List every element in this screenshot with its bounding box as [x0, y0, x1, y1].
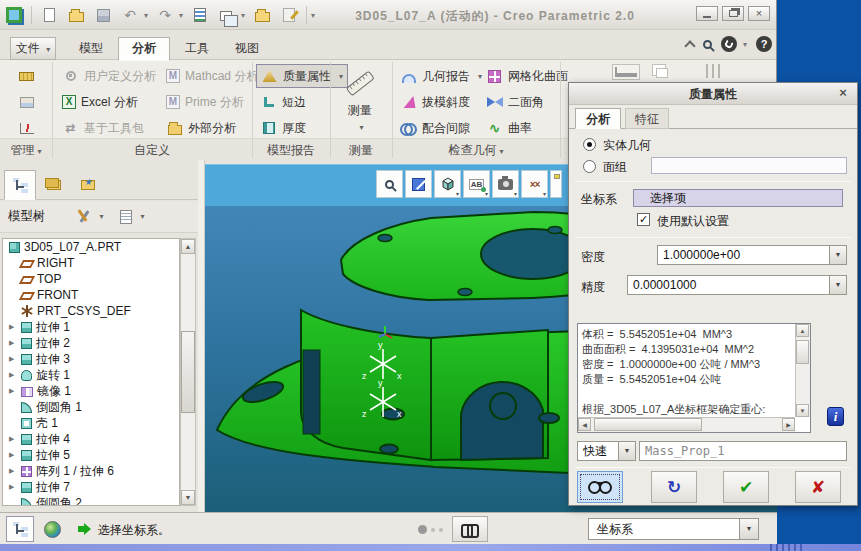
- density-field[interactable]: 1.000000e+00: [657, 245, 830, 265]
- results-hscrollbar[interactable]: ◀ ▶: [578, 417, 795, 432]
- graph-analysis-button[interactable]: [14, 116, 39, 140]
- tree-item[interactable]: ▶旋转 1: [3, 367, 179, 383]
- datum-display-button[interactable]: ××▾: [521, 170, 548, 198]
- close-window-button[interactable]: [252, 5, 272, 25]
- cancel-button[interactable]: ✘: [795, 471, 841, 503]
- tree-item[interactable]: 3D05_L07_A.PRT: [3, 239, 179, 255]
- ok-button[interactable]: ✔: [723, 471, 769, 503]
- regenerate-button[interactable]: [190, 5, 210, 25]
- tree-item[interactable]: TOP: [3, 271, 179, 287]
- expand-arrow-icon[interactable]: ▶: [7, 451, 21, 459]
- saved-views-button[interactable]: ▾: [492, 170, 519, 198]
- undo-caret-icon[interactable]: ▾: [144, 11, 148, 20]
- tree-item[interactable]: 壳 1: [3, 415, 179, 431]
- tree-scroll-thumb[interactable]: [181, 331, 195, 413]
- tab-view[interactable]: 视图: [224, 37, 270, 60]
- results-vscrollbar[interactable]: ▲ ▼: [795, 324, 810, 417]
- dihedral-angle-button[interactable]: 二面角: [482, 90, 548, 114]
- tree-item[interactable]: ▶拉伸 5: [3, 447, 179, 463]
- annotations-button[interactable]: AB▾: [463, 170, 490, 198]
- density-caret-icon[interactable]: ▼: [830, 245, 847, 265]
- search-icon[interactable]: [703, 40, 712, 49]
- fit-clearance-button[interactable]: 配合间隙: [396, 116, 474, 140]
- use-default-checkbox[interactable]: ✓: [637, 213, 650, 226]
- restore-button[interactable]: [722, 6, 744, 21]
- windows-caret-icon[interactable]: ▾: [241, 11, 245, 20]
- tree-item[interactable]: ▶拉伸 3: [3, 351, 179, 367]
- tab-analysis[interactable]: 分析: [118, 37, 170, 61]
- partial-ribbon-button-1[interactable]: [612, 64, 640, 80]
- tab-file[interactable]: 文件 ▾: [10, 37, 56, 60]
- accuracy-field[interactable]: 0.00001000: [627, 275, 830, 295]
- group-label-inspect-geometry[interactable]: 检查几何▾: [392, 139, 560, 161]
- dialog-title-bar[interactable]: 质量属性: [569, 83, 857, 105]
- save-button[interactable]: [93, 5, 113, 25]
- preview-button[interactable]: [577, 471, 623, 503]
- analysis-name-field[interactable]: Mass_Prop_1: [639, 441, 847, 461]
- collapse-ribbon-icon[interactable]: [684, 40, 695, 51]
- tree-scrollbar[interactable]: ▲ ▼: [180, 238, 196, 506]
- tree-item[interactable]: FRONT: [3, 287, 179, 303]
- dialog-close-icon[interactable]: ×: [835, 85, 851, 101]
- object-actions-button[interactable]: [279, 5, 299, 25]
- results-scroll-down-icon[interactable]: ▼: [796, 404, 809, 417]
- tree-tools-caret-icon[interactable]: ▾: [100, 212, 104, 221]
- manage-analyses-button[interactable]: [14, 90, 39, 114]
- tree-settings-caret-icon[interactable]: ▾: [141, 212, 145, 221]
- accuracy-caret-icon[interactable]: ▼: [830, 275, 847, 295]
- expand-arrow-icon[interactable]: ▶: [7, 387, 21, 395]
- saved-analyses-button[interactable]: [14, 64, 39, 88]
- windows-taskbar[interactable]: [0, 544, 861, 551]
- find-button[interactable]: [452, 516, 488, 542]
- minimize-button[interactable]: [696, 6, 718, 21]
- open-file-button[interactable]: [66, 5, 86, 25]
- partial-ribbon-button-2[interactable]: [652, 64, 666, 76]
- tab-model-tree[interactable]: [4, 170, 36, 200]
- prime-analysis-button[interactable]: M Prime 分析: [162, 90, 248, 114]
- tree-item[interactable]: ▶拉伸 7: [3, 479, 179, 495]
- new-file-button[interactable]: [39, 5, 59, 25]
- mathcad-analysis-button[interactable]: M Mathcad 分析: [162, 64, 262, 88]
- results-scroll-right-icon[interactable]: ▶: [782, 418, 795, 431]
- measure-button[interactable]: 测量 ▾: [334, 62, 386, 166]
- windows-button[interactable]: [217, 5, 237, 25]
- tab-tools[interactable]: 工具: [174, 37, 220, 60]
- mesh-surface-button[interactable]: 网格化曲面: [482, 64, 572, 88]
- results-hthumb[interactable]: [594, 418, 702, 431]
- tree-item[interactable]: RIGHT: [3, 255, 179, 271]
- tree-item[interactable]: PRT_CSYS_DEF: [3, 303, 179, 319]
- tree-item[interactable]: ▶拉伸 1: [3, 319, 179, 335]
- tree-item[interactable]: ▶镜像 1: [3, 383, 179, 399]
- thickness-button[interactable]: 厚度: [256, 116, 310, 140]
- info-icon[interactable]: i: [827, 407, 844, 426]
- dialog-tab-analysis[interactable]: 分析: [575, 108, 621, 129]
- tree-settings-icon[interactable]: [120, 210, 132, 224]
- solid-geometry-radio[interactable]: [583, 138, 596, 151]
- user-defined-analysis-button[interactable]: 用户定义分析: [58, 64, 160, 88]
- results-scroll-up-icon[interactable]: ▲: [796, 324, 809, 337]
- expand-arrow-icon[interactable]: ▶: [7, 371, 21, 379]
- undo-button[interactable]: ↶: [120, 5, 140, 25]
- display-style-button[interactable]: ▾: [434, 170, 461, 198]
- tab-favorites[interactable]: ★: [72, 170, 104, 200]
- redo-button[interactable]: ↷: [155, 5, 175, 25]
- tree-item[interactable]: ▶阵列 1 / 拉伸 6: [3, 463, 179, 479]
- tree-item[interactable]: 倒圆角 2: [3, 495, 179, 506]
- external-analysis-button[interactable]: 外部分析: [162, 116, 240, 140]
- short-edge-button[interactable]: 短边: [256, 90, 310, 114]
- csys-marker[interactable]: y z x: [365, 384, 401, 420]
- quilt-collector[interactable]: [651, 157, 847, 174]
- close-button[interactable]: ×: [748, 6, 770, 21]
- toolkit-based-button[interactable]: ⇄ 基于工具包: [58, 116, 148, 140]
- selection-filter-caret-icon[interactable]: ▼: [739, 518, 759, 540]
- tree-item[interactable]: ▶拉伸 2: [3, 335, 179, 351]
- tab-model[interactable]: 模型: [68, 37, 114, 60]
- expand-arrow-icon[interactable]: ▶: [7, 467, 21, 475]
- connect-caret-icon[interactable]: ▾: [743, 40, 747, 49]
- help-icon[interactable]: ?: [756, 36, 772, 52]
- results-scroll-left-icon[interactable]: ◀: [578, 418, 591, 431]
- tree-item[interactable]: ▶拉伸 4: [3, 431, 179, 447]
- csys-collector[interactable]: 选择项: [633, 189, 843, 207]
- repaint-button[interactable]: [405, 170, 432, 198]
- curvature-button[interactable]: ∿ 曲率: [482, 116, 536, 140]
